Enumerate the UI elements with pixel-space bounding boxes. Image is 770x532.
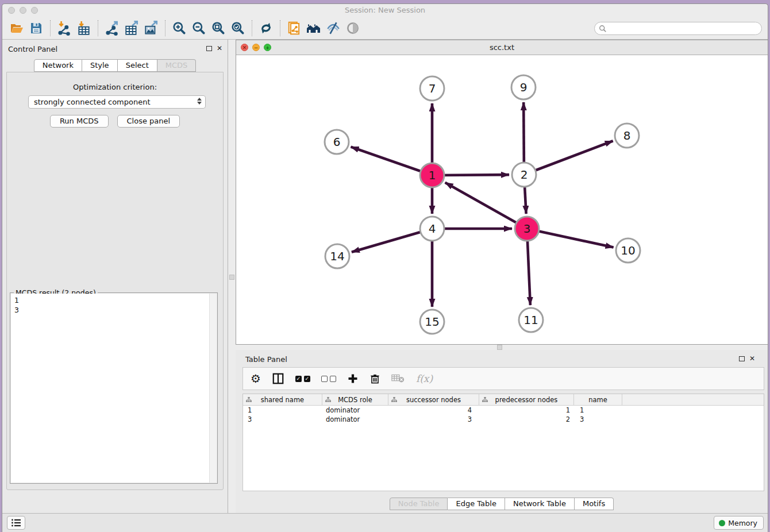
show-eye-icon[interactable]	[343, 20, 363, 37]
graph-edge-3-1[interactable]	[445, 183, 527, 229]
search-input[interactable]	[607, 25, 761, 33]
graph-node-label-1: 1	[429, 168, 436, 182]
close-panel-icon[interactable]: ✕	[749, 354, 755, 363]
tab-network-table[interactable]: Network Table	[505, 498, 575, 510]
cell-successor-nodes[interactable]: 4	[388, 406, 479, 415]
cell-name[interactable]: 1	[574, 406, 622, 415]
deselect-checkboxes-icon[interactable]	[321, 371, 336, 386]
column-type-icon	[482, 397, 488, 403]
memory-button[interactable]: Memory	[714, 516, 764, 530]
export-network-icon[interactable]	[102, 20, 122, 37]
mcds-result-list[interactable]: 1 3	[11, 294, 209, 483]
table-row[interactable]: 3 dominator 3 2 3	[243, 415, 764, 424]
tab-select[interactable]: Select	[118, 59, 157, 72]
tab-edge-table[interactable]: Edge Table	[448, 498, 505, 510]
home-views-icon[interactable]	[304, 20, 324, 37]
graph-node-label-4: 4	[429, 222, 436, 236]
zoom-in-icon[interactable]	[170, 20, 189, 37]
zoom-out-icon[interactable]	[189, 20, 209, 37]
result-scrollbar[interactable]	[209, 294, 217, 483]
zoom-fit-icon[interactable]	[209, 20, 228, 37]
toolbar-separator	[98, 20, 98, 36]
column-header-mcds-role[interactable]: MCDS role	[322, 394, 388, 405]
column-header-name[interactable]: name	[574, 394, 622, 405]
task-list-icon	[11, 518, 21, 527]
toolbar-separator	[165, 20, 165, 36]
hide-eye-icon[interactable]	[324, 20, 343, 37]
cell-name[interactable]: 3	[574, 415, 622, 424]
delete-column-icon[interactable]	[369, 371, 380, 386]
minimize-window-button[interactable]	[20, 7, 26, 14]
search-field[interactable]	[594, 22, 762, 35]
run-mcds-button[interactable]: Run MCDS	[50, 115, 109, 128]
optimization-criterion-label: Optimization criterion:	[7, 83, 223, 91]
cell-successor-nodes[interactable]: 3	[388, 415, 479, 424]
import-network-icon[interactable]	[55, 20, 74, 37]
close-window-button[interactable]	[8, 7, 15, 14]
export-table-icon[interactable]	[122, 20, 141, 37]
settings-gear-icon[interactable]: ⚙	[251, 371, 261, 386]
graph-svg[interactable]: 1234678910111415	[236, 55, 768, 344]
column-header-predecessor-nodes[interactable]: predecessor nodes	[479, 394, 574, 405]
open-session-icon[interactable]	[7, 20, 26, 37]
export-image-icon[interactable]	[141, 20, 161, 37]
cell-shared-name[interactable]: 3	[243, 415, 322, 424]
tab-node-table[interactable]: Node Table	[390, 498, 448, 510]
float-panel-icon[interactable]	[739, 356, 745, 361]
table-panel: Table Panel ✕ ⚙ ✓✓	[236, 350, 768, 513]
table-row[interactable]: 1 dominator 4 1 1	[243, 406, 764, 415]
select-all-checkboxes-icon[interactable]: ✓✓	[295, 371, 310, 386]
control-panel-title: Control Panel	[8, 45, 57, 53]
tab-style[interactable]: Style	[82, 59, 118, 72]
zoom-selected-icon[interactable]	[228, 20, 248, 37]
close-panel-icon[interactable]: ✕	[217, 44, 222, 52]
network-document-icon[interactable]	[284, 20, 304, 37]
tab-mcds[interactable]: MCDS	[157, 59, 197, 72]
splitter-handle[interactable]	[229, 275, 234, 280]
maximize-view-button[interactable]: ＋	[264, 44, 271, 51]
window-title: Session: New Session	[2, 4, 768, 17]
apply-function-icon[interactable]: f(x)	[416, 371, 433, 386]
search-icon	[599, 25, 607, 33]
graph-node-label-2: 2	[521, 168, 528, 182]
minimize-view-button[interactable]: −	[252, 44, 260, 51]
close-view-button[interactable]: ✕	[241, 44, 248, 51]
criterion-dropdown[interactable]: strongly connected component	[28, 95, 206, 109]
column-header-successor-nodes[interactable]: successor nodes	[388, 394, 479, 405]
horizontal-splitter[interactable]	[236, 345, 768, 350]
task-history-button[interactable]	[7, 516, 25, 530]
memory-label: Memory	[728, 519, 763, 527]
tab-network[interactable]: Network	[34, 59, 82, 72]
split-view-icon[interactable]	[272, 371, 284, 386]
cell-mcds-role[interactable]: dominator	[322, 415, 388, 424]
graph-edge-2-8[interactable]	[524, 141, 613, 175]
column-type-icon	[246, 397, 252, 403]
refresh-view-icon[interactable]	[256, 20, 276, 37]
graph-node-label-7: 7	[429, 82, 436, 95]
vertical-splitter[interactable]	[228, 40, 236, 513]
add-column-icon[interactable]	[347, 371, 359, 386]
network-window-titlebar[interactable]: ✕ − ＋ scc.txt	[236, 40, 768, 55]
column-header-shared-name[interactable]: shared name	[243, 394, 322, 405]
splitter-handle[interactable]	[497, 345, 502, 350]
graph-node-label-9: 9	[520, 80, 528, 94]
cell-mcds-role[interactable]: dominator	[322, 406, 388, 415]
cell-predecessor-nodes[interactable]: 2	[479, 415, 574, 424]
float-panel-icon[interactable]	[206, 46, 212, 51]
window-titlebar: Session: New Session	[2, 4, 768, 17]
table-toolbar: ⚙ ✓✓	[242, 367, 764, 390]
graph-edge-3-10[interactable]	[527, 229, 614, 248]
network-canvas[interactable]: 1234678910111415	[236, 55, 768, 344]
graph-node-label-14: 14	[330, 249, 344, 263]
zoom-window-button[interactable]	[31, 7, 38, 14]
cell-predecessor-nodes[interactable]: 1	[479, 406, 574, 415]
main-toolbar	[2, 17, 768, 40]
import-table-icon[interactable]	[74, 20, 94, 37]
node-table[interactable]: shared name MCDS role successor nodes	[242, 394, 764, 491]
delete-table-icon[interactable]	[391, 371, 405, 386]
tab-motifs[interactable]: Motifs	[575, 498, 614, 510]
save-session-icon[interactable]	[26, 20, 46, 37]
graph-node-label-10: 10	[621, 244, 635, 257]
cell-shared-name[interactable]: 1	[243, 406, 322, 415]
close-panel-button[interactable]: Close panel	[117, 115, 180, 128]
